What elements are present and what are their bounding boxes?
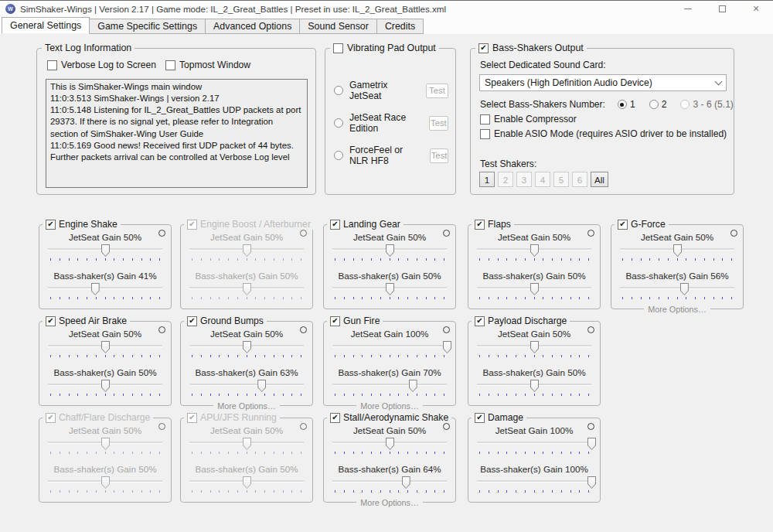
effect-checkbox[interactable]: ✔ bbox=[46, 413, 56, 423]
test-button-forcefeel-or-nlr-hf8[interactable]: Test bbox=[430, 148, 448, 163]
slider-thumb[interactable] bbox=[673, 244, 682, 257]
bass-gain-slider[interactable] bbox=[189, 380, 304, 397]
slider-thumb[interactable] bbox=[587, 438, 596, 450]
bass-gain-slider[interactable] bbox=[48, 380, 162, 397]
tab-game-specific-settings[interactable]: Game Specific Settings bbox=[89, 19, 206, 34]
jetseat-gain-slider[interactable] bbox=[189, 438, 304, 455]
bass-gain-slider[interactable] bbox=[48, 476, 162, 493]
slider-thumb[interactable] bbox=[443, 341, 451, 353]
effect-checkbox[interactable]: ✔ bbox=[330, 316, 340, 326]
bass-gain-slider[interactable] bbox=[332, 380, 447, 397]
slider-thumb[interactable] bbox=[243, 341, 251, 353]
slider-thumb[interactable] bbox=[587, 476, 596, 489]
radio-forcefeel-or-nlr-hf8[interactable] bbox=[334, 151, 343, 160]
jetseat-gain-slider[interactable] bbox=[477, 438, 591, 455]
maximize-button[interactable] bbox=[705, 1, 739, 17]
minimize-button[interactable] bbox=[671, 1, 705, 17]
sound-card-select[interactable]: Speakers (High Definition Audio Device) bbox=[479, 74, 727, 91]
test-shaker-button-5[interactable]: 5 bbox=[553, 172, 569, 187]
test-shaker-button-4[interactable]: 4 bbox=[535, 172, 550, 187]
radio-shakers-3-6-5-1[interactable] bbox=[680, 100, 690, 109]
vibrating-pad-checkbox[interactable]: ✔ bbox=[333, 43, 343, 53]
slider-thumb[interactable] bbox=[101, 476, 110, 489]
tab-credits[interactable]: Credits bbox=[376, 19, 424, 34]
tab-general-settings[interactable]: General Settings bbox=[2, 17, 90, 34]
jetseat-gain-slider[interactable] bbox=[48, 438, 162, 455]
effect-checkbox[interactable]: ✔ bbox=[475, 316, 485, 326]
jetseat-gain-slider[interactable] bbox=[332, 244, 447, 261]
effect-checkbox[interactable]: ✔ bbox=[475, 220, 485, 230]
slider-thumb[interactable] bbox=[386, 244, 394, 257]
test-button-gametrix-jetseat[interactable]: Test bbox=[426, 84, 448, 98]
jetseat-gain-slider[interactable] bbox=[189, 341, 304, 358]
log-text[interactable]: This is SimShaker-Wings main window 11:0… bbox=[46, 79, 308, 188]
radio-gametrix-jetseat[interactable] bbox=[334, 86, 343, 95]
effect-checkbox[interactable]: ✔ bbox=[46, 316, 56, 326]
slider-thumb[interactable] bbox=[530, 380, 539, 392]
slider-thumb[interactable] bbox=[409, 380, 417, 392]
radio-shakers-2[interactable] bbox=[649, 100, 659, 109]
radio-shakers-1[interactable] bbox=[618, 100, 627, 109]
slider-thumb[interactable] bbox=[530, 244, 539, 257]
jetseat-gain-slider[interactable] bbox=[477, 244, 591, 261]
slider-thumb[interactable] bbox=[101, 438, 110, 450]
test-shaker-button-all[interactable]: All bbox=[591, 172, 608, 187]
slider-thumb[interactable] bbox=[101, 244, 110, 257]
slider-thumb[interactable] bbox=[257, 380, 266, 392]
enable-compressor-checkbox[interactable]: ✔ Enable Compressor bbox=[480, 114, 577, 124]
verbose-log-checkbox[interactable]: ✔ Verbose Log to Screen bbox=[47, 60, 156, 70]
test-shaker-button-2[interactable]: 2 bbox=[498, 172, 513, 187]
tab-advanced-options[interactable]: Advanced Options bbox=[205, 19, 300, 34]
bass-gain-slider[interactable] bbox=[477, 380, 591, 397]
jetseat-gain-slider[interactable] bbox=[332, 438, 447, 455]
effect-checkbox[interactable]: ✔ bbox=[330, 220, 340, 230]
more-options-link[interactable]: More Options… bbox=[324, 498, 455, 507]
close-button[interactable]: ✕ bbox=[739, 1, 773, 17]
bass-gain-slider[interactable] bbox=[48, 283, 162, 300]
test-shaker-button-6[interactable]: 6 bbox=[572, 172, 587, 187]
bass-gain-slider[interactable] bbox=[477, 283, 591, 300]
enable-asio-checkbox[interactable]: ✔ Enable ASIO Mode (requires ASIO driver… bbox=[480, 128, 727, 139]
slider-thumb[interactable] bbox=[243, 438, 251, 450]
effect-checkbox[interactable]: ✔ bbox=[187, 220, 197, 230]
more-options-link[interactable]: More Options… bbox=[611, 305, 743, 314]
slider-thumb[interactable] bbox=[530, 341, 539, 353]
bass-gain-slider[interactable] bbox=[620, 283, 734, 300]
effect-checkbox[interactable]: ✔ bbox=[187, 316, 197, 326]
test-shaker-button-1[interactable]: 1 bbox=[479, 172, 495, 187]
effect-checkbox[interactable]: ✔ bbox=[46, 220, 56, 230]
test-button-jetseat-race-edition[interactable]: Test bbox=[429, 116, 448, 131]
slider-thumb[interactable] bbox=[386, 283, 394, 295]
slider-thumb[interactable] bbox=[530, 283, 539, 295]
bass-gain-slider[interactable] bbox=[332, 283, 447, 300]
more-options-link[interactable]: More Options… bbox=[324, 401, 455, 411]
bass-shakers-checkbox[interactable]: ✔ bbox=[478, 43, 489, 53]
slider-thumb[interactable] bbox=[243, 476, 251, 489]
slider-thumb[interactable] bbox=[243, 244, 251, 257]
bass-gain-slider[interactable] bbox=[477, 476, 591, 493]
test-shaker-button-3[interactable]: 3 bbox=[516, 172, 532, 187]
jetseat-gain-slider[interactable] bbox=[620, 244, 734, 261]
slider-thumb[interactable] bbox=[386, 438, 394, 450]
jetseat-gain-slider[interactable] bbox=[189, 244, 304, 261]
bass-gain-slider[interactable] bbox=[189, 283, 304, 300]
jetseat-gain-slider[interactable] bbox=[332, 341, 447, 358]
bass-gain-slider[interactable] bbox=[189, 476, 304, 493]
effect-checkbox[interactable]: ✔ bbox=[187, 413, 197, 423]
jetseat-gain-slider[interactable] bbox=[48, 341, 162, 358]
jetseat-gain-slider[interactable] bbox=[48, 244, 162, 261]
tab-sound-sensor[interactable]: Sound Sensor bbox=[299, 19, 377, 34]
effect-checkbox[interactable]: ✔ bbox=[618, 220, 628, 230]
effect-checkbox[interactable]: ✔ bbox=[330, 413, 340, 423]
slider-thumb[interactable] bbox=[402, 476, 410, 489]
more-options-link[interactable]: More Options… bbox=[181, 401, 312, 411]
slider-thumb[interactable] bbox=[91, 283, 100, 295]
slider-thumb[interactable] bbox=[243, 283, 251, 295]
slider-thumb[interactable] bbox=[101, 341, 110, 353]
jetseat-gain-slider[interactable] bbox=[477, 341, 591, 358]
topmost-window-checkbox[interactable]: ✔ Topmost Window bbox=[165, 60, 250, 70]
radio-jetseat-race-edition[interactable] bbox=[334, 118, 343, 128]
slider-thumb[interactable] bbox=[101, 380, 110, 392]
bass-gain-slider[interactable] bbox=[332, 476, 447, 493]
slider-thumb[interactable] bbox=[680, 283, 689, 295]
